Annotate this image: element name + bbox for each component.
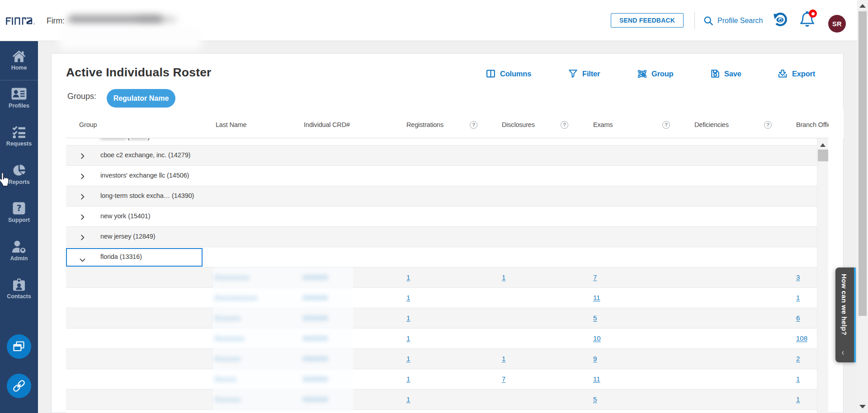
chevron-right-icon[interactable] <box>81 234 85 242</box>
windows-fab-button[interactable] <box>7 334 31 359</box>
chevron-left-icon: ‹ <box>842 347 844 357</box>
cell-exams-link[interactable]: 5 <box>593 314 597 322</box>
cell-registrations-link[interactable]: 1 <box>406 314 410 322</box>
table-row-individual[interactable]: Xxxxxxx000000110108 <box>66 329 817 349</box>
cell-branch_offices-link[interactable]: 108 <box>796 334 807 342</box>
columns-button[interactable]: Columns <box>486 68 531 79</box>
table-row-individual[interactable]: Xxxxxx000000151 <box>66 390 817 410</box>
column-header-disclosures[interactable]: Disclosures <box>502 121 535 128</box>
cell-branch_offices-link[interactable]: 2 <box>796 355 800 362</box>
cell-branch_offices-link[interactable]: 3 <box>796 273 800 281</box>
chevron-right-icon[interactable] <box>81 153 85 161</box>
page-scrollbar-thumb[interactable] <box>859 11 867 316</box>
table-row-group[interactable]: cboe c2 exchange, inc. (14279) <box>66 145 817 166</box>
group-name: new jersey (12849) <box>100 233 156 240</box>
cell-exams-link[interactable]: 9 <box>593 355 597 362</box>
help-icon-disclosures[interactable]: ? <box>561 121 568 129</box>
filter-button-label: Filter <box>582 70 600 78</box>
cell-branch_offices-link[interactable]: 1 <box>796 294 800 301</box>
cell-registrations-link[interactable]: 1 <box>406 273 410 281</box>
chevron-right-icon[interactable] <box>81 193 85 202</box>
cell-registrations-link[interactable]: 1 <box>406 375 410 383</box>
cell-branch_offices-link[interactable]: 6 <box>796 314 800 322</box>
cell-exams-link[interactable]: 5 <box>593 395 597 403</box>
cell-exams-link[interactable]: 7 <box>593 273 597 281</box>
cell-registrations-link[interactable]: 1 <box>406 334 410 342</box>
group-button[interactable]: Group <box>638 68 674 79</box>
table-cell-registrations: 1 <box>406 294 410 301</box>
table-cell-branch_offices: 6 <box>796 314 800 322</box>
column-header-exams[interactable]: Exams <box>593 121 613 128</box>
profile-search-button[interactable]: Profile Search <box>704 15 763 27</box>
column-header-registrations[interactable]: Registrations <box>406 121 443 128</box>
redaction-blur-strip <box>213 268 353 413</box>
scroll-up-arrow-icon[interactable] <box>820 143 826 147</box>
cell-registrations-link[interactable]: 1 <box>406 395 410 403</box>
column-header-deficiencies[interactable]: Deficiencies <box>694 121 729 128</box>
cell-disclosures-link[interactable]: 1 <box>502 273 505 281</box>
save-button[interactable]: Save <box>711 68 741 79</box>
requests-icon <box>12 126 26 138</box>
sidebar-item-support[interactable]: ? Support <box>0 202 38 224</box>
send-feedback-button[interactable]: SEND FEEDBACK <box>611 13 684 28</box>
scroll-up-arrow-icon[interactable] <box>859 4 866 8</box>
group-chip-regulator-name[interactable]: Regulator Name <box>107 89 175 108</box>
cell-disclosures-link[interactable]: 1 <box>502 355 505 362</box>
help-icon-exams[interactable]: ? <box>662 121 670 129</box>
page-scrollbar[interactable] <box>857 0 868 413</box>
help-icon-registrations[interactable]: ? <box>470 121 477 129</box>
cell-registrations-link[interactable]: 1 <box>406 355 410 362</box>
header-clip <box>829 108 844 138</box>
table-row-group[interactable]: new jersey (12849) <box>66 227 817 247</box>
cell-branch_offices-link[interactable]: 1 <box>796 375 800 383</box>
cell-exams-link[interactable]: 11 <box>593 375 600 383</box>
focused-cell-outline <box>66 248 203 267</box>
table-row-individual[interactable]: Xxxxxx0000001192 <box>66 349 817 369</box>
cell-registrations-link[interactable]: 1 <box>406 294 410 301</box>
chevron-right-icon <box>81 153 85 159</box>
table-row-individual[interactable]: Xxxxx00000017111 <box>66 369 817 390</box>
column-header-last-name[interactable]: Last Name <box>216 121 246 128</box>
link-fab-button[interactable] <box>7 374 31 398</box>
cell-exams-link[interactable]: 11 <box>593 294 600 301</box>
table-row-individual[interactable]: Xxxxxx000000156 <box>66 308 817 329</box>
table-row-group[interactable]: long-term stock excha… (14390) <box>66 186 817 206</box>
sidebar-item-requests[interactable]: Requests <box>0 126 38 147</box>
chevron-right-icon[interactable] <box>81 214 85 222</box>
save-icon <box>711 70 719 78</box>
table-row-group-partial[interactable]: xxxxxxxx (00000) <box>66 138 817 145</box>
cell-disclosures-link[interactable]: 7 <box>502 375 505 383</box>
scroll-down-arrow-icon[interactable] <box>859 405 866 408</box>
sidebar-item-admin[interactable]: Admin <box>0 240 38 262</box>
sidebar-item-profiles[interactable]: Profiles <box>0 88 38 109</box>
finra-logo[interactable] <box>5 16 35 28</box>
export-button[interactable]: Export <box>778 68 815 79</box>
notification-badge <box>809 9 817 18</box>
table-row-group[interactable]: investors' exchange llc (14506) <box>66 166 817 186</box>
help-tab[interactable]: How can we help? ‹ <box>835 268 856 362</box>
cell-branch_offices-link[interactable]: 1 <box>796 395 800 403</box>
sidebar-item-contacts[interactable]: Contacts <box>0 278 38 300</box>
table-row-individual[interactable]: Xxxxxxxx0000001173 <box>66 268 817 288</box>
user-avatar[interactable]: SR <box>828 15 846 33</box>
table-cell-branch_offices: 1 <box>796 294 800 301</box>
cell-exams-link[interactable]: 10 <box>593 334 601 342</box>
table-cell-registrations: 1 <box>406 395 410 403</box>
help-icon-deficiencies[interactable]: ? <box>764 121 772 129</box>
chevron-right-icon <box>81 235 85 240</box>
link-icon <box>13 380 25 392</box>
column-header-individual-crd[interactable]: Individual CRD# <box>304 121 350 128</box>
sidebar-item-home[interactable]: Home <box>0 50 38 71</box>
sidebar-item-label: Reports <box>8 179 29 186</box>
chevron-right-icon[interactable] <box>81 173 85 181</box>
table-scrollbar-thumb[interactable] <box>818 150 828 161</box>
redaction-smear <box>59 25 202 50</box>
redacted-group-name: xxxxxxxx <box>100 138 126 141</box>
filter-button[interactable]: Filter <box>569 68 600 79</box>
review-history-button[interactable] <box>773 12 788 27</box>
table-cell-disclosures: 7 <box>502 375 505 383</box>
table-row-individual[interactable]: Xxxxxxxxxx0000001111 <box>66 288 817 308</box>
table-row-group[interactable]: new york (15401) <box>66 206 817 227</box>
column-header-group[interactable]: Group <box>79 121 97 128</box>
table-scrollbar[interactable] <box>817 138 828 413</box>
